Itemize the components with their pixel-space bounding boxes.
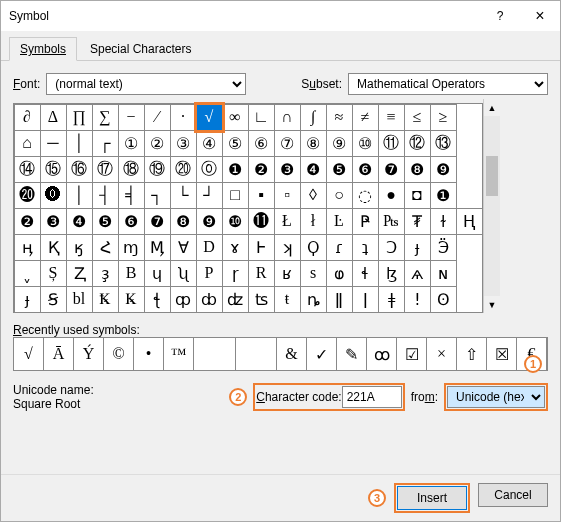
- symbol-cell[interactable]: │: [66, 182, 93, 209]
- symbol-cell[interactable]: ⑬: [430, 130, 457, 157]
- symbol-cell[interactable]: ╡: [118, 182, 145, 209]
- symbol-cell[interactable]: ǀ: [352, 286, 379, 313]
- symbol-cell[interactable]: ⓴: [14, 182, 41, 209]
- symbol-cell[interactable]: ❾: [430, 156, 457, 183]
- symbol-cell[interactable]: ɴ: [430, 260, 457, 287]
- symbol-cell[interactable]: ≥: [430, 104, 457, 131]
- symbol-cell[interactable]: ʇ: [352, 234, 379, 261]
- symbol-cell[interactable]: Ϙ: [300, 234, 327, 261]
- symbol-cell[interactable]: ≈: [326, 104, 353, 131]
- symbol-cell[interactable]: ʘ: [430, 286, 457, 313]
- recent-symbol-cell[interactable]: Ā: [44, 338, 74, 370]
- symbol-cell[interactable]: ┘: [196, 182, 223, 209]
- symbol-cell[interactable]: ❿: [222, 208, 249, 235]
- symbol-cell[interactable]: ─: [40, 130, 67, 157]
- symbol-cell[interactable]: ⑱: [118, 156, 145, 183]
- symbol-cell[interactable]: ⌂: [14, 130, 41, 157]
- symbol-cell[interactable]: ≠: [352, 104, 379, 131]
- symbol-cell[interactable]: ❶: [430, 182, 457, 209]
- symbol-cell[interactable]: ⑫: [404, 130, 431, 157]
- symbol-cell[interactable]: ɟ: [14, 286, 41, 313]
- symbol-cell[interactable]: ┐: [144, 182, 171, 209]
- tab-special-characters[interactable]: Special Characters: [79, 37, 202, 60]
- symbol-cell[interactable]: ӊ: [14, 234, 41, 261]
- symbol-cell[interactable]: ŧ: [274, 286, 301, 313]
- symbol-cell[interactable]: ❶: [222, 156, 249, 183]
- symbol-cell[interactable]: ɮ: [378, 260, 405, 287]
- symbol-cell[interactable]: ȵ: [300, 286, 327, 313]
- symbol-cell[interactable]: ɫ: [430, 208, 457, 235]
- recent-symbol-cell[interactable]: •: [134, 338, 164, 370]
- symbol-cell[interactable]: ⑰: [92, 156, 119, 183]
- symbol-cell[interactable]: ꞎ: [144, 286, 171, 313]
- symbol-cell[interactable]: B: [118, 260, 145, 287]
- recent-symbol-cell[interactable]: ☒: [487, 338, 517, 370]
- symbol-cell[interactable]: ǁ: [326, 286, 353, 313]
- symbol-cell[interactable]: P: [196, 260, 223, 287]
- symbol-cell[interactable]: ʁ: [274, 260, 301, 287]
- symbol-cell[interactable]: ○: [326, 182, 353, 209]
- symbol-cell[interactable]: ❼: [378, 156, 405, 183]
- symbol-cell[interactable]: Ꝃ: [118, 286, 145, 313]
- symbol-cell[interactable]: Հ: [92, 234, 119, 261]
- symbol-cell[interactable]: ⱷ: [326, 260, 353, 287]
- symbol-cell[interactable]: ❹: [300, 156, 327, 183]
- symbol-cell[interactable]: │: [66, 130, 93, 157]
- symbol-cell[interactable]: R: [248, 260, 275, 287]
- symbol-cell[interactable]: ∙: [170, 104, 197, 131]
- symbol-cell[interactable]: s: [300, 260, 327, 287]
- symbol-cell[interactable]: Ꞩ: [40, 286, 67, 313]
- symbol-cell[interactable]: ⓫: [248, 208, 275, 235]
- symbol-cell[interactable]: ∑: [92, 104, 119, 131]
- symbol-cell[interactable]: ❸: [274, 156, 301, 183]
- symbol-cell[interactable]: ∕: [144, 104, 171, 131]
- symbol-cell[interactable]: ❷: [248, 156, 275, 183]
- symbol-cell[interactable]: ④: [196, 130, 223, 157]
- symbol-cell[interactable]: └: [170, 182, 197, 209]
- symbol-cell[interactable]: Ŀ: [326, 208, 353, 235]
- symbol-cell[interactable]: ⑩: [352, 130, 379, 157]
- symbol-cell[interactable]: ∞: [222, 104, 249, 131]
- symbol-cell[interactable]: Δ: [40, 104, 67, 131]
- recent-symbol-cell[interactable]: ©: [104, 338, 134, 370]
- symbol-cell[interactable]: ⑦: [274, 130, 301, 157]
- symbol-cell[interactable]: ❷: [14, 208, 41, 235]
- symbol-cell[interactable]: bl: [66, 286, 93, 313]
- symbol-cell[interactable]: Ͻ: [378, 234, 405, 261]
- insert-button[interactable]: Insert: [397, 486, 467, 510]
- symbol-cell[interactable]: ❻: [352, 156, 379, 183]
- symbol-cell[interactable]: ●: [378, 182, 405, 209]
- symbol-cell[interactable]: ≡: [378, 104, 405, 131]
- symbol-cell[interactable]: ѧ: [404, 260, 431, 287]
- symbol-cell[interactable]: ◘: [404, 182, 431, 209]
- symbol-cell[interactable]: ⑭: [14, 156, 41, 183]
- symbol-cell[interactable]: ❽: [404, 156, 431, 183]
- symbol-cell[interactable]: ɼ: [222, 260, 249, 287]
- symbol-cell[interactable]: ⑤: [222, 130, 249, 157]
- symbol-cell[interactable]: ❼: [144, 208, 171, 235]
- symbol-cell[interactable]: ʯ: [170, 260, 197, 287]
- recent-symbol-cell[interactable]: ✎: [337, 338, 367, 370]
- symbol-cell[interactable]: Ͱ: [248, 234, 275, 261]
- symbol-grid[interactable]: ∂Δ∏∑−∕∙√∞∟∩∫≈≠≡≤≥⌂─│┌①②③④⑤⑥⑦⑧⑨⑩⑪⑫⑬⑭⑮⑯⑰⑱⑲…: [13, 103, 483, 313]
- recent-symbol-cell[interactable]: ×: [427, 338, 457, 370]
- char-code-input[interactable]: [342, 386, 402, 408]
- symbol-cell[interactable]: ɥ: [144, 260, 171, 287]
- subset-select[interactable]: Mathematical Operators: [348, 73, 548, 95]
- recent-symbol-cell[interactable]: Ý: [74, 338, 104, 370]
- symbol-cell[interactable]: ł: [300, 208, 327, 235]
- symbol-cell[interactable]: −: [118, 104, 145, 131]
- symbol-cell[interactable]: ǃ: [404, 286, 431, 313]
- symbol-cell[interactable]: ❹: [66, 208, 93, 235]
- symbol-cell[interactable]: □: [222, 182, 249, 209]
- recent-symbol-cell[interactable]: ☑: [397, 338, 427, 370]
- symbol-cell[interactable]: ❽: [170, 208, 197, 235]
- symbol-cell[interactable]: ▫: [274, 182, 301, 209]
- symbol-cell[interactable]: ┌: [92, 130, 119, 157]
- scroll-track[interactable]: [484, 116, 500, 296]
- recent-symbol-cell[interactable]: ꝏ: [367, 338, 397, 370]
- symbol-cell[interactable]: ʣ: [222, 286, 249, 313]
- symbol-cell[interactable]: ₧: [378, 208, 405, 235]
- symbol-cell[interactable]: ∂: [14, 104, 41, 131]
- symbol-cell[interactable]: Қ: [40, 234, 67, 261]
